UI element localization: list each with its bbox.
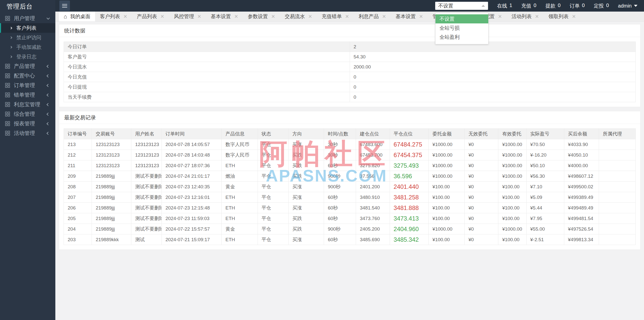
- table-cell: 60秒: [324, 160, 356, 171]
- tab[interactable]: 活动列表✕: [507, 12, 544, 21]
- close-icon[interactable]: ✕: [498, 14, 502, 19]
- header-stat-订单[interactable]: 订单0: [570, 3, 585, 9]
- chevron-right-icon: [10, 46, 12, 48]
- table-cell: ¥1000.00: [498, 139, 526, 150]
- tab[interactable]: ⌂我的桌面: [59, 12, 95, 21]
- table-row: 205219889jjj测试不要删除2024-07-23 11:59:03ETH…: [64, 213, 636, 224]
- tab[interactable]: 风控管理✕: [169, 12, 206, 21]
- close-icon[interactable]: ✕: [572, 14, 576, 19]
- table-cell: ¥1000.00: [498, 171, 526, 182]
- close-icon[interactable]: ✕: [382, 14, 386, 19]
- tab[interactable]: 客户列表✕: [95, 12, 132, 21]
- stat-value: 0: [350, 92, 636, 102]
- stats-row: 今日充值0: [64, 72, 636, 82]
- hamburger-icon: [62, 4, 67, 5]
- tab[interactable]: 基本设置✕: [391, 12, 428, 21]
- sidebar-group[interactable]: 用户管理: [0, 14, 55, 23]
- table-cell: ¥1000.00: [498, 160, 526, 171]
- close-icon[interactable]: ✕: [345, 14, 349, 19]
- table-cell: 36.596: [390, 171, 429, 182]
- sidebar-group[interactable]: 报表管理: [0, 119, 55, 128]
- column-header: 交易账号: [92, 129, 131, 139]
- table-cell: 买跌: [289, 213, 324, 224]
- tab[interactable]: 产品列表✕: [132, 12, 169, 21]
- table-cell: 3473.760: [356, 213, 390, 224]
- sidebar-group[interactable]: 错单管理: [0, 90, 55, 100]
- sidebar-group[interactable]: 订单管理: [0, 81, 55, 90]
- table-cell: ¥5.09: [526, 192, 564, 203]
- table-cell: [599, 160, 636, 171]
- close-icon[interactable]: ✕: [419, 14, 423, 19]
- sidebar-group[interactable]: 综合管理: [0, 109, 55, 119]
- table-cell: ¥-16.20: [526, 150, 564, 160]
- dropdown-option[interactable]: 全站亏损: [435, 23, 488, 32]
- table-cell: 3481.888: [390, 203, 429, 213]
- sidebar-subitem-label: 手动加减款: [16, 44, 42, 51]
- sidebar-group[interactable]: 活动管理: [0, 128, 55, 138]
- dropdown-option[interactable]: 全站盈利: [435, 32, 488, 42]
- close-icon[interactable]: ✕: [160, 14, 164, 19]
- close-icon[interactable]: ✕: [271, 14, 275, 19]
- sidebar-subitem[interactable]: 禁止IP访问: [0, 33, 55, 42]
- topbar: 不设置 不设置全站亏损全站盈利 在线1充值0提款0订单0定投0 admin: [55, 0, 644, 12]
- column-header: 时间/点数: [324, 129, 356, 139]
- sidebar-subitem[interactable]: 客户列表: [0, 23, 55, 33]
- table-row: 206219889jjj测试不要删除2024-07-23 12:15:48ETH…: [64, 203, 636, 213]
- close-icon[interactable]: ✕: [234, 14, 238, 19]
- table-cell: ¥1000.00: [498, 224, 526, 234]
- table-cell: ¥0: [465, 160, 498, 171]
- header-stat-提款[interactable]: 提款0: [545, 3, 560, 9]
- site-mode-select[interactable]: 不设置: [435, 2, 488, 10]
- table-cell: 900秒: [324, 182, 356, 192]
- sidebar-subitem-label: 客户列表: [16, 25, 36, 31]
- tab[interactable]: 利息产品✕: [354, 12, 391, 21]
- table-cell: ¥1000.00: [429, 150, 465, 160]
- close-icon[interactable]: ✕: [123, 14, 127, 19]
- table-cell: 平仓: [258, 224, 289, 234]
- header-stat-在线[interactable]: 在线1: [497, 3, 512, 9]
- site-mode-dropdown: 不设置全站亏损全站盈利: [435, 13, 489, 44]
- close-icon[interactable]: ✕: [535, 14, 539, 19]
- sidebar-group[interactable]: 利息宝管理: [0, 100, 55, 109]
- table-cell: [599, 192, 636, 203]
- tab[interactable]: 充值错单✕: [317, 12, 354, 21]
- user-menu[interactable]: admin: [618, 3, 637, 9]
- table-row: 204219889jjj测试不要删除2024-07-22 15:57:57黄金平…: [64, 224, 636, 234]
- close-icon[interactable]: ✕: [308, 14, 312, 19]
- stat-value: 0: [350, 72, 636, 82]
- tab[interactable]: 基本设置✕: [206, 12, 243, 21]
- sidebar-group-label: 活动管理: [14, 130, 47, 137]
- table-cell: 平仓: [258, 234, 289, 245]
- table-cell: 2024-07-23 12:16:01: [162, 192, 222, 203]
- table-cell: ¥498607.12: [564, 171, 599, 182]
- table-cell: ¥100.00: [498, 182, 526, 192]
- sidebar-subitem[interactable]: 手动加减款: [0, 42, 55, 52]
- chevron-left-icon: [47, 122, 50, 125]
- tab[interactable]: 参数设置✕: [243, 12, 280, 21]
- grid-icon: [5, 121, 10, 126]
- sidebar-group[interactable]: 产品管理: [0, 61, 55, 71]
- table-cell: 2024-07-21 15:09:17: [162, 234, 222, 245]
- header-stat-定投[interactable]: 定投0: [594, 3, 609, 9]
- close-icon[interactable]: ✕: [197, 14, 201, 19]
- trades-table: 订单编号交易账号用户姓名订单时间产品信息状态方向时间/点数建仓点位平仓点位委托金…: [64, 128, 636, 245]
- sidebar-group[interactable]: 配置中心: [0, 71, 55, 81]
- table-cell: 60秒: [324, 234, 356, 245]
- tab[interactable]: 交易流水✕: [280, 12, 317, 21]
- tab-label: 利息产品: [359, 13, 379, 20]
- table-cell: [599, 224, 636, 234]
- table-cell: 2024-07-23 11:59:03: [162, 213, 222, 224]
- stat-value: 1: [509, 3, 512, 9]
- stats-row: 今日流水2000.00: [64, 62, 636, 72]
- menu-toggle-button[interactable]: [59, 1, 70, 11]
- column-header: 买后余额: [564, 129, 599, 139]
- stat-label: 充值: [521, 3, 531, 9]
- header-stat-充值[interactable]: 充值0: [521, 3, 536, 9]
- tab-bar: ⌂我的桌面客户列表✕产品列表✕风控管理✕基本设置✕参数设置✕交易流水✕充值错单✕…: [55, 12, 644, 22]
- table-cell: 平仓: [258, 182, 289, 192]
- table-cell: 123123123: [131, 139, 162, 150]
- table-cell: 平仓: [258, 203, 289, 213]
- tab[interactable]: 领取列表✕: [544, 12, 581, 21]
- dropdown-option[interactable]: 不设置: [435, 14, 488, 23]
- sidebar-subitem[interactable]: 登录日志: [0, 52, 55, 61]
